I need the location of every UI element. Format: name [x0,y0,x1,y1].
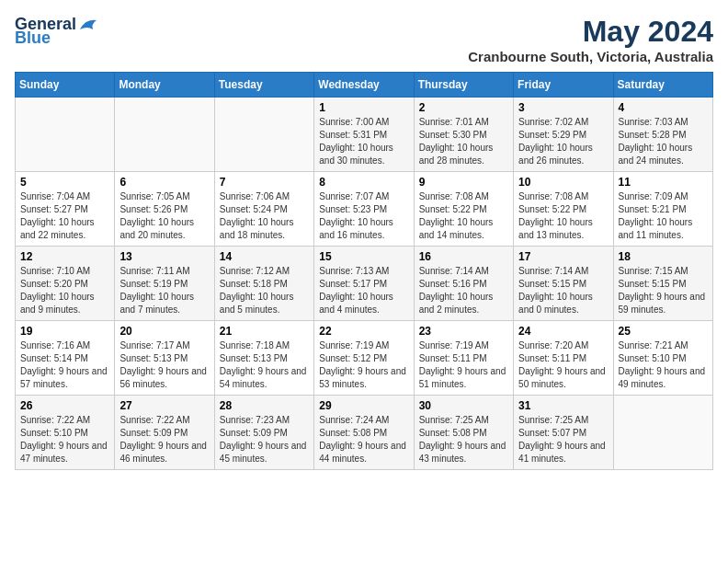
calendar-cell: 28Sunrise: 7:23 AMSunset: 5:09 PMDayligh… [214,396,313,470]
day-number: 15 [319,250,408,263]
day-info: Sunrise: 7:23 AMSunset: 5:09 PMDaylight:… [220,414,309,465]
day-info: Sunrise: 7:05 AMSunset: 5:26 PMDaylight:… [119,190,209,242]
weekday-header-tuesday: Tuesday [214,73,313,98]
calendar-cell: 22Sunrise: 7:19 AMSunset: 5:12 PMDayligh… [314,321,414,396]
day-info: Sunrise: 7:19 AMSunset: 5:11 PMDaylight:… [419,339,508,391]
calendar-cell [16,98,115,172]
day-info: Sunrise: 7:15 AMSunset: 5:15 PMDaylight:… [619,265,708,316]
calendar-cell: 10Sunrise: 7:08 AMSunset: 5:22 PMDayligh… [514,172,613,247]
calendar-cell: 8Sunrise: 7:07 AMSunset: 5:23 PMDaylight… [314,172,414,247]
calendar-body: 1Sunrise: 7:00 AMSunset: 5:31 PMDaylight… [16,98,713,470]
weekday-header-thursday: Thursday [414,73,513,98]
weekday-header-monday: Monday [115,73,214,98]
day-number: 24 [518,325,608,338]
calendar-cell: 5Sunrise: 7:04 AMSunset: 5:27 PMDaylight… [16,172,115,247]
day-number: 20 [119,325,209,338]
calendar-cell [214,98,313,172]
day-number: 14 [220,250,309,263]
day-info: Sunrise: 7:04 AMSunset: 5:27 PMDaylight:… [20,190,109,242]
calendar-cell: 27Sunrise: 7:22 AMSunset: 5:09 PMDayligh… [115,396,214,470]
day-info: Sunrise: 7:02 AMSunset: 5:29 PMDaylight:… [518,116,608,167]
calendar-cell: 30Sunrise: 7:25 AMSunset: 5:08 PMDayligh… [414,396,513,470]
calendar-cell: 6Sunrise: 7:05 AMSunset: 5:26 PMDaylight… [115,172,214,247]
weekday-header-friday: Friday [514,73,613,98]
calendar-cell: 11Sunrise: 7:09 AMSunset: 5:21 PMDayligh… [613,172,712,247]
day-info: Sunrise: 7:12 AMSunset: 5:18 PMDaylight:… [220,265,309,316]
calendar-cell: 18Sunrise: 7:15 AMSunset: 5:15 PMDayligh… [613,247,712,321]
day-info: Sunrise: 7:01 AMSunset: 5:30 PMDaylight:… [419,116,508,167]
month-title: May 2024 [468,15,713,49]
weekday-header-sunday: Sunday [16,73,115,98]
calendar-cell: 13Sunrise: 7:11 AMSunset: 5:19 PMDayligh… [115,247,214,321]
calendar-cell: 31Sunrise: 7:25 AMSunset: 5:07 PMDayligh… [514,396,613,470]
day-number: 8 [319,176,408,189]
calendar-cell: 3Sunrise: 7:02 AMSunset: 5:29 PMDaylight… [514,98,613,172]
calendar-cell: 16Sunrise: 7:14 AMSunset: 5:16 PMDayligh… [414,247,513,321]
logo-blue-text: Blue [15,29,51,48]
day-number: 5 [20,176,109,189]
calendar-cell: 17Sunrise: 7:14 AMSunset: 5:15 PMDayligh… [514,247,613,321]
day-number: 7 [220,176,309,189]
day-number: 31 [518,399,608,412]
calendar-cell: 1Sunrise: 7:00 AMSunset: 5:31 PMDaylight… [314,98,414,172]
day-info: Sunrise: 7:18 AMSunset: 5:13 PMDaylight:… [220,339,309,391]
calendar-cell: 26Sunrise: 7:22 AMSunset: 5:10 PMDayligh… [16,396,115,470]
logo-bird-icon [78,17,98,33]
calendar-cell: 9Sunrise: 7:08 AMSunset: 5:22 PMDaylight… [414,172,513,247]
day-info: Sunrise: 7:08 AMSunset: 5:22 PMDaylight:… [518,190,608,242]
calendar-week-5: 26Sunrise: 7:22 AMSunset: 5:10 PMDayligh… [16,396,713,470]
weekday-header-row: SundayMondayTuesdayWednesdayThursdayFrid… [16,73,713,98]
day-info: Sunrise: 7:14 AMSunset: 5:16 PMDaylight:… [419,265,508,316]
calendar-cell: 7Sunrise: 7:06 AMSunset: 5:24 PMDaylight… [214,172,313,247]
calendar-cell: 15Sunrise: 7:13 AMSunset: 5:17 PMDayligh… [314,247,414,321]
day-info: Sunrise: 7:25 AMSunset: 5:08 PMDaylight:… [419,414,508,465]
day-number: 25 [619,325,708,338]
logo: General Blue [15,15,98,48]
calendar-cell: 24Sunrise: 7:20 AMSunset: 5:11 PMDayligh… [514,321,613,396]
title-block: May 2024 Cranbourne South, Victoria, Aus… [468,15,713,64]
day-info: Sunrise: 7:07 AMSunset: 5:23 PMDaylight:… [319,190,408,242]
day-number: 3 [518,101,608,114]
calendar-table: SundayMondayTuesdayWednesdayThursdayFrid… [15,72,713,470]
day-number: 2 [419,101,508,114]
calendar-cell [613,396,712,470]
day-number: 30 [419,399,508,412]
day-number: 11 [619,176,708,189]
day-info: Sunrise: 7:06 AMSunset: 5:24 PMDaylight:… [220,190,309,242]
day-number: 21 [220,325,309,338]
day-number: 29 [319,399,408,412]
day-info: Sunrise: 7:00 AMSunset: 5:31 PMDaylight:… [319,116,408,167]
day-number: 26 [20,399,109,412]
day-number: 4 [619,101,708,114]
day-number: 13 [119,250,209,263]
day-info: Sunrise: 7:24 AMSunset: 5:08 PMDaylight:… [319,414,408,465]
page-header: General Blue May 2024 Cranbourne South, … [15,15,713,64]
day-info: Sunrise: 7:21 AMSunset: 5:10 PMDaylight:… [619,339,708,391]
day-number: 27 [119,399,209,412]
day-info: Sunrise: 7:16 AMSunset: 5:14 PMDaylight:… [20,339,109,391]
day-info: Sunrise: 7:13 AMSunset: 5:17 PMDaylight:… [319,265,408,316]
day-info: Sunrise: 7:08 AMSunset: 5:22 PMDaylight:… [419,190,508,242]
day-number: 9 [419,176,508,189]
day-number: 16 [419,250,508,263]
calendar-cell: 21Sunrise: 7:18 AMSunset: 5:13 PMDayligh… [214,321,313,396]
day-number: 23 [419,325,508,338]
calendar-week-4: 19Sunrise: 7:16 AMSunset: 5:14 PMDayligh… [16,321,713,396]
weekday-header-wednesday: Wednesday [314,73,414,98]
calendar-cell: 19Sunrise: 7:16 AMSunset: 5:14 PMDayligh… [16,321,115,396]
day-info: Sunrise: 7:25 AMSunset: 5:07 PMDaylight:… [518,414,608,465]
day-info: Sunrise: 7:09 AMSunset: 5:21 PMDaylight:… [619,190,708,242]
day-number: 6 [119,176,209,189]
day-number: 10 [518,176,608,189]
calendar-week-3: 12Sunrise: 7:10 AMSunset: 5:20 PMDayligh… [16,247,713,321]
day-info: Sunrise: 7:20 AMSunset: 5:11 PMDaylight:… [518,339,608,391]
calendar-cell: 25Sunrise: 7:21 AMSunset: 5:10 PMDayligh… [613,321,712,396]
day-number: 22 [319,325,408,338]
day-info: Sunrise: 7:22 AMSunset: 5:10 PMDaylight:… [20,414,109,465]
day-number: 28 [220,399,309,412]
day-number: 1 [319,101,408,114]
day-info: Sunrise: 7:03 AMSunset: 5:28 PMDaylight:… [619,116,708,167]
calendar-week-2: 5Sunrise: 7:04 AMSunset: 5:27 PMDaylight… [16,172,713,247]
day-info: Sunrise: 7:19 AMSunset: 5:12 PMDaylight:… [319,339,408,391]
calendar-cell: 20Sunrise: 7:17 AMSunset: 5:13 PMDayligh… [115,321,214,396]
